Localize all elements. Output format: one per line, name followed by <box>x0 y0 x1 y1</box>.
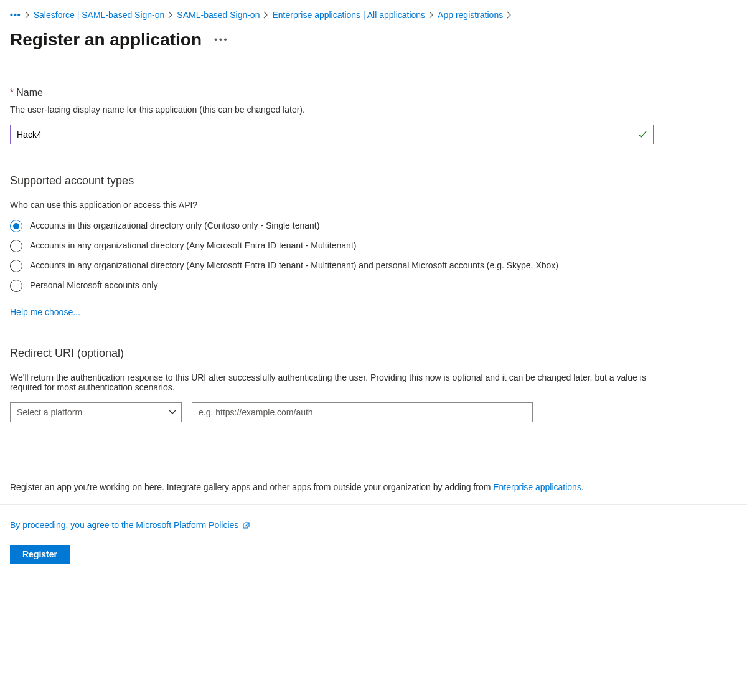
platform-select[interactable]: Select a platform <box>10 402 182 422</box>
radio-label: Accounts in any organizational directory… <box>30 240 356 252</box>
radio-label: Accounts in any organizational directory… <box>30 260 558 272</box>
register-button[interactable]: Register <box>10 545 70 564</box>
radio-label: Personal Microsoft accounts only <box>30 280 157 292</box>
account-types-radio-group: Accounts in this organizational director… <box>10 220 737 292</box>
more-actions-icon[interactable]: ••• <box>214 34 228 45</box>
redirect-heading: Redirect URI (optional) <box>10 347 737 360</box>
policies-link[interactable]: By proceeding, you agree to the Microsof… <box>10 520 238 530</box>
footer-text-suffix: . <box>581 482 584 492</box>
chevron-right-icon <box>263 11 268 19</box>
breadcrumb-link[interactable]: Salesforce | SAML-based Sign-on <box>34 10 165 20</box>
platform-select-value: Select a platform <box>17 407 82 417</box>
chevron-right-icon <box>168 11 173 19</box>
chevron-down-icon <box>169 410 176 415</box>
name-input[interactable] <box>10 125 654 144</box>
page-title-row: Register an application ••• <box>10 30 737 50</box>
name-help-text: The user-facing display name for this ap… <box>10 105 737 115</box>
radio-icon <box>10 220 22 232</box>
required-indicator: * <box>10 87 14 98</box>
help-me-choose-link[interactable]: Help me choose... <box>10 307 80 317</box>
divider <box>0 504 747 505</box>
external-link-icon <box>242 521 250 529</box>
radio-icon <box>10 260 22 272</box>
redirect-inputs-row: Select a platform <box>10 402 737 422</box>
chevron-right-icon <box>429 11 434 19</box>
radio-icon <box>10 280 22 292</box>
redirect-uri-section: Redirect URI (optional) We'll return the… <box>10 347 737 422</box>
chevron-right-icon <box>25 11 30 19</box>
account-types-heading: Supported account types <box>10 174 737 187</box>
enterprise-applications-link[interactable]: Enterprise applications <box>493 482 581 492</box>
footer-text-prefix: Register an app you're working on here. … <box>10 482 493 492</box>
radio-label: Accounts in this organizational director… <box>30 220 319 232</box>
chevron-right-icon <box>507 11 512 19</box>
radio-single-tenant[interactable]: Accounts in this organizational director… <box>10 220 737 232</box>
name-label-text: Name <box>16 87 43 98</box>
checkmark-icon <box>637 130 647 140</box>
radio-multitenant-personal[interactable]: Accounts in any organizational directory… <box>10 260 737 272</box>
page-title: Register an application <box>10 30 202 50</box>
radio-icon <box>10 240 22 252</box>
breadcrumb-link[interactable]: Enterprise applications | All applicatio… <box>272 10 425 20</box>
policies-row: By proceeding, you agree to the Microsof… <box>10 520 737 530</box>
name-section: *Name The user-facing display name for t… <box>10 87 737 144</box>
name-label: *Name <box>10 87 737 98</box>
radio-multitenant[interactable]: Accounts in any organizational directory… <box>10 240 737 252</box>
account-types-question: Who can use this application or access t… <box>10 200 737 210</box>
breadcrumb-link[interactable]: App registrations <box>438 10 503 20</box>
breadcrumb-link[interactable]: SAML-based Sign-on <box>177 10 260 20</box>
redirect-help-text: We'll return the authentication response… <box>10 372 654 392</box>
breadcrumb: ••• Salesforce | SAML-based Sign-on SAML… <box>10 10 737 20</box>
redirect-uri-input[interactable] <box>192 402 533 422</box>
breadcrumb-overflow-icon[interactable]: ••• <box>10 10 21 20</box>
name-input-wrap <box>10 125 654 144</box>
account-types-section: Supported account types Who can use this… <box>10 174 737 317</box>
radio-personal-only[interactable]: Personal Microsoft accounts only <box>10 280 737 292</box>
footer-text: Register an app you're working on here. … <box>10 482 737 492</box>
